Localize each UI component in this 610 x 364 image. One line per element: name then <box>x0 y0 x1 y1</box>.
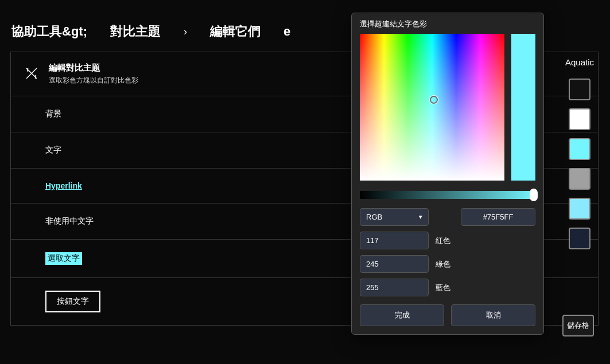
color-picker-popup: 選擇超連結文字色彩 RGB ▾ 紅色 綠色 藍色 完成 取消 <box>351 13 544 335</box>
label-text: 文字 <box>45 145 61 155</box>
value-slider[interactable] <box>360 191 535 199</box>
text-swatch[interactable] <box>569 108 590 130</box>
color-field[interactable] <box>360 34 504 181</box>
label-selected-text: 選取文字 <box>45 252 82 265</box>
save-button[interactable]: 儲存格 <box>562 315 594 336</box>
label-button-text: 按鈕文字 <box>45 291 100 312</box>
label-hyperlink: Hyperlink <box>45 181 82 190</box>
theme-swatch-column: Aquatic <box>565 57 594 249</box>
blue-input[interactable] <box>360 279 429 296</box>
label-background: 背景 <box>45 109 61 119</box>
breadcrumb-item-accessibility[interactable]: 協助工具&gt; <box>11 23 87 40</box>
red-label: 紅色 <box>436 236 450 246</box>
button-swatch[interactable] <box>569 228 590 249</box>
color-mode-value: RGB <box>366 213 382 221</box>
breadcrumb-item-partial: e <box>283 24 290 39</box>
chevron-right-icon: › <box>184 26 187 38</box>
color-preview <box>511 34 535 181</box>
color-cursor[interactable] <box>430 96 438 104</box>
green-input[interactable] <box>360 255 429 273</box>
color-picker-title: 選擇超連結文字色彩 <box>360 19 535 29</box>
panel-subtitle: 選取彩色方塊以自訂對比色彩 <box>49 76 138 85</box>
value-slider-thumb[interactable] <box>530 189 538 201</box>
red-input[interactable] <box>360 232 429 249</box>
green-label: 綠色 <box>436 259 450 269</box>
inactive-swatch[interactable] <box>569 168 590 190</box>
cancel-button[interactable]: 取消 <box>451 304 535 326</box>
blue-label: 藍色 <box>436 283 450 293</box>
theme-name-label: Aquatic <box>565 57 594 67</box>
hex-input[interactable] <box>461 208 535 226</box>
color-mode-select[interactable]: RGB ▾ <box>360 208 429 226</box>
label-inactive-text: 非使用中文字 <box>45 216 94 226</box>
breadcrumb-item-edit[interactable]: 編輯它們 <box>210 23 261 40</box>
breadcrumb-item-contrast-themes[interactable]: 對比主題 <box>110 23 161 40</box>
done-button[interactable]: 完成 <box>360 304 444 326</box>
chevron-down-icon: ▾ <box>419 213 422 221</box>
selected-swatch[interactable] <box>569 198 590 220</box>
paintbrush-crossed-icon <box>25 66 38 82</box>
panel-title: 編輯對比主題 <box>49 62 138 73</box>
background-swatch[interactable] <box>569 79 590 100</box>
hyperlink-swatch[interactable] <box>569 138 590 160</box>
